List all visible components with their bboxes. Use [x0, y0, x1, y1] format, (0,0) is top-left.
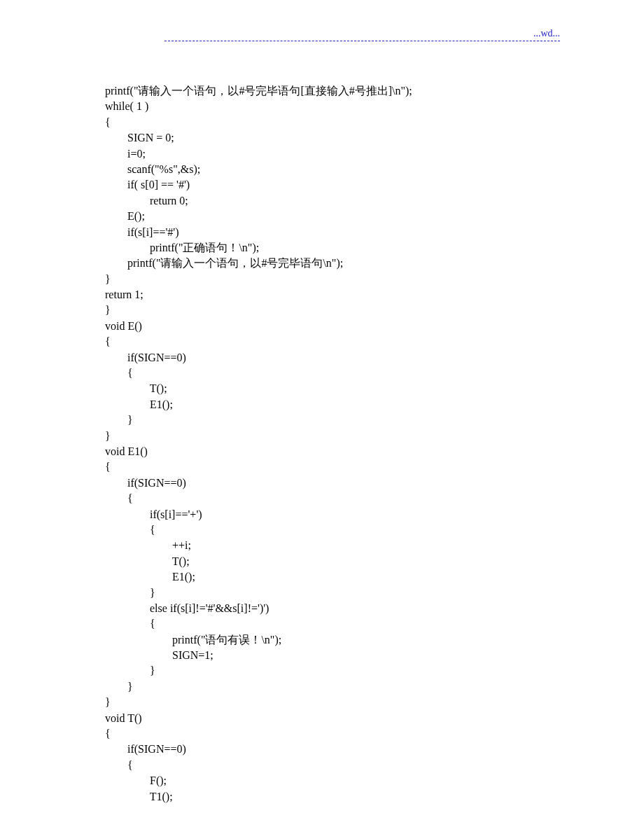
page-header: ...wd...	[164, 28, 560, 41]
code-block: printf("请输入一个语句，以#号完毕语句[直接输入#号推出]\n"); w…	[105, 83, 560, 805]
document-page: ...wd... printf("请输入一个语句，以#号完毕语句[直接输入#号推…	[0, 0, 644, 834]
